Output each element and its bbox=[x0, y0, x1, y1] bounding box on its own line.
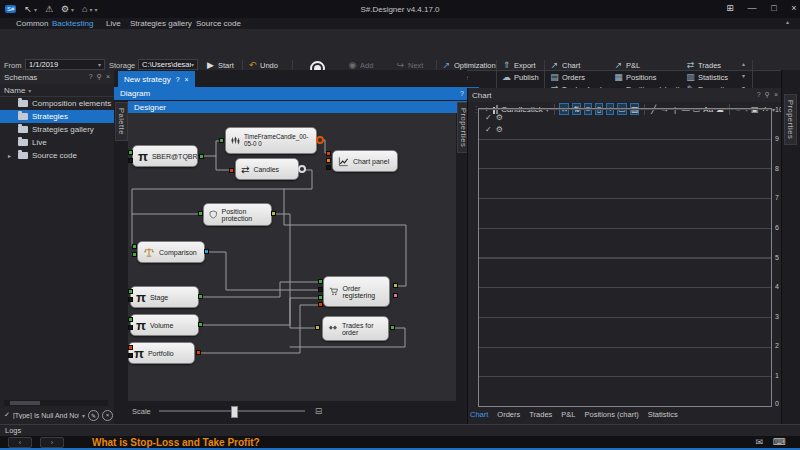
node-volume[interactable]: πVolume bbox=[130, 314, 199, 336]
undo-button[interactable]: ↶Undo bbox=[248, 60, 278, 70]
port-in[interactable] bbox=[128, 353, 133, 358]
filter-icon[interactable]: ▾ bbox=[28, 87, 31, 94]
tab-positions-chart[interactable]: Positions (chart) bbox=[585, 410, 639, 419]
component-positions-button[interactable]: ▦Positions bbox=[614, 72, 656, 82]
minimize-button[interactable]: — bbox=[744, 3, 760, 13]
tab-source-code[interactable]: Source code bbox=[196, 19, 241, 28]
port-in[interactable] bbox=[128, 297, 133, 302]
expander-icon[interactable]: ▸ bbox=[8, 152, 14, 159]
components-scroll-up-icon[interactable]: ▴ bbox=[742, 60, 745, 67]
port-out[interactable] bbox=[390, 325, 395, 330]
visibility-checkbox[interactable]: ✓ bbox=[485, 125, 492, 134]
port-out[interactable] bbox=[393, 283, 398, 288]
close-button[interactable]: × bbox=[786, 3, 800, 13]
close-tab-icon[interactable]: × bbox=[185, 76, 189, 83]
close-icon[interactable]: × bbox=[774, 91, 778, 99]
component-trades-button[interactable]: ⇄Trades bbox=[686, 60, 721, 70]
close-icon[interactable]: × bbox=[106, 73, 110, 81]
fit-to-screen-icon[interactable]: ⊟ bbox=[315, 406, 323, 416]
port-out[interactable] bbox=[199, 154, 204, 159]
optimization-button[interactable]: ↗Optimization bbox=[442, 60, 496, 70]
filter-checkbox[interactable]: ✓ bbox=[4, 411, 10, 419]
port-in[interactable] bbox=[219, 138, 224, 143]
clear-filter-icon[interactable]: × bbox=[102, 410, 113, 421]
diagram-canvas[interactable]: πSBER@TQBR TimeFrameCandle_00-05-0 0 ⇄Ca… bbox=[128, 113, 456, 401]
component-pnl-button[interactable]: ↗P&L bbox=[614, 60, 640, 70]
help-icon[interactable]: ? bbox=[89, 73, 93, 81]
pin-icon[interactable]: ⚲ bbox=[765, 91, 770, 99]
port-in[interactable] bbox=[318, 295, 323, 300]
component-statistics-button[interactable]: ▥Statistics bbox=[686, 72, 728, 82]
port-in[interactable] bbox=[198, 211, 203, 216]
name-column-header[interactable]: Name ▾ bbox=[0, 84, 114, 97]
port-in[interactable] bbox=[128, 345, 133, 350]
next-question-button[interactable]: › bbox=[40, 437, 64, 448]
diagram-header[interactable]: Diagram ? ⚲ bbox=[114, 87, 479, 100]
port-in[interactable] bbox=[326, 165, 331, 170]
port-out[interactable] bbox=[196, 350, 201, 355]
chevron-down-icon[interactable]: ▾ bbox=[191, 61, 194, 68]
tree-item-source-code[interactable]: ▸Source code bbox=[0, 149, 114, 162]
tab-live[interactable]: Live bbox=[106, 19, 121, 28]
node-candles[interactable]: ⇄Candles bbox=[235, 158, 299, 180]
port-in[interactable] bbox=[132, 252, 137, 257]
series-settings-gear-icon[interactable]: ⚙ bbox=[496, 113, 503, 122]
schemas-header[interactable]: Schemas ? ⚲ × bbox=[0, 70, 114, 84]
previous-question-button[interactable]: ‹ bbox=[8, 437, 32, 448]
help-icon[interactable]: ? bbox=[460, 90, 464, 98]
visibility-checkbox[interactable]: ✓ bbox=[485, 113, 492, 122]
components-scroll-down-icon[interactable]: ▾ bbox=[742, 72, 745, 79]
tree-item-strategies-gallery[interactable]: Strategies gallery bbox=[0, 123, 114, 136]
help-question-link[interactable]: What is Stop-Loss and Take Profit? bbox=[92, 437, 260, 448]
port-in[interactable] bbox=[326, 151, 331, 156]
zoom-slider[interactable] bbox=[159, 410, 305, 412]
node-timeframe-candle[interactable]: TimeFrameCandle_00-05-0 0 bbox=[225, 127, 317, 154]
port-out[interactable] bbox=[393, 293, 398, 298]
port-in[interactable] bbox=[132, 244, 137, 249]
port-in[interactable] bbox=[315, 325, 320, 330]
designer-header[interactable]: Designer bbox=[128, 101, 468, 113]
component-orders-button[interactable]: ▤Orders bbox=[550, 72, 585, 82]
export-button[interactable]: ⇑Export bbox=[502, 60, 536, 70]
port-in[interactable] bbox=[318, 302, 323, 307]
start-button[interactable]: ▶Start bbox=[206, 60, 234, 70]
logs-panel[interactable]: Logs bbox=[0, 424, 800, 436]
port-out[interactable] bbox=[271, 211, 276, 216]
port-out-breakpoint[interactable] bbox=[316, 136, 324, 144]
series-legend-row[interactable]: ✓⚙ bbox=[485, 113, 503, 122]
console-icon[interactable]: ⌨ bbox=[773, 437, 786, 447]
chevron-down-icon[interactable]: ▾ bbox=[82, 412, 85, 419]
chart-header[interactable]: Chart ? ⚲ × bbox=[468, 88, 782, 102]
help-icon[interactable]: ? bbox=[176, 76, 180, 83]
tab-strategies-gallery[interactable]: Strategies gallery bbox=[130, 19, 192, 28]
edit-filter-icon[interactable]: ✎ bbox=[88, 410, 99, 421]
publish-button[interactable]: ☁Publish bbox=[502, 72, 539, 82]
port-in[interactable] bbox=[128, 150, 133, 155]
tree-item-strategies[interactable]: Strategies bbox=[0, 110, 114, 123]
filter-row[interactable]: ✓ [Type] Is Null And Not... ▾ ✎ × bbox=[0, 408, 114, 422]
node-stage[interactable]: πStage bbox=[130, 286, 199, 308]
series-legend-row[interactable]: ✓⚙ bbox=[485, 125, 503, 134]
port-in[interactable] bbox=[229, 168, 234, 173]
port-out[interactable] bbox=[204, 249, 209, 254]
chart-plot-area[interactable]: ✓⚙ ✓⚙ 10 9 8 7 6 5 4 3 2 1 0 bbox=[478, 108, 772, 407]
zoom-slider-thumb[interactable] bbox=[231, 406, 238, 418]
node-position-protection[interactable]: Position protection bbox=[203, 203, 272, 226]
node-comparison[interactable]: Comparison bbox=[137, 241, 205, 263]
node-security-sber[interactable]: πSBER@TQBR bbox=[132, 145, 198, 167]
port-out[interactable] bbox=[198, 294, 203, 299]
node-portfolio[interactable]: πPortfolio bbox=[128, 342, 195, 364]
next-button[interactable]: ↪Next bbox=[396, 60, 423, 70]
tab-pnl[interactable]: P&L bbox=[561, 410, 575, 419]
horizontal-scrollbar[interactable] bbox=[4, 400, 108, 406]
tree-item-composition-elements[interactable]: Composition elements bbox=[0, 97, 114, 110]
port-out[interactable] bbox=[198, 322, 203, 327]
properties-dock-tab[interactable]: Properties bbox=[784, 94, 797, 145]
port-out-breakpoint[interactable] bbox=[298, 165, 306, 173]
tree-item-live[interactable]: Live bbox=[0, 136, 114, 149]
mail-icon[interactable]: ✉ bbox=[755, 437, 763, 447]
chevron-down-icon[interactable]: ▾ bbox=[98, 61, 101, 68]
pin-icon[interactable]: ⚲ bbox=[97, 73, 102, 81]
palette-tab[interactable]: Palette bbox=[115, 102, 128, 141]
tab-orders[interactable]: Orders bbox=[497, 410, 520, 419]
